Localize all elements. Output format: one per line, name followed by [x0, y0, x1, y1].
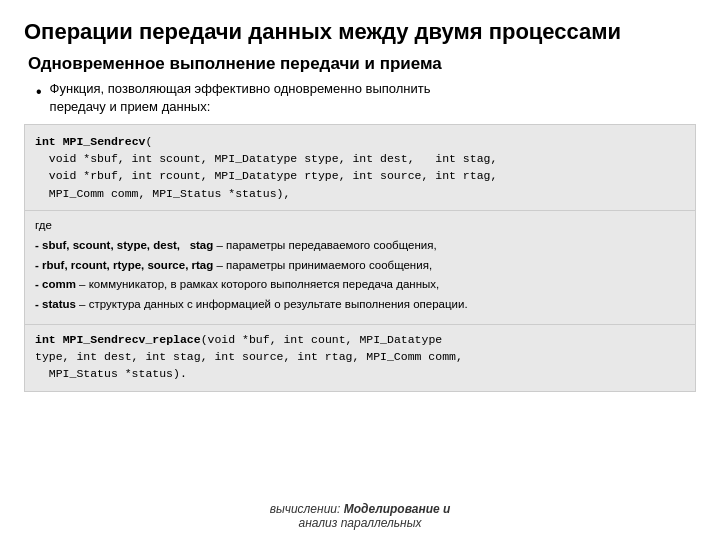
desc-bold-1: - sbuf, scount, stype, dest, stag [35, 239, 213, 251]
code-line2b: type, int dest, int stag, int source, in… [35, 350, 463, 363]
sub-title: Одновременное выполнение передачи и прие… [28, 54, 696, 74]
bottom-bold: Моделирование и [344, 502, 451, 516]
code-line3b: MPI_Status *status). [35, 367, 187, 380]
code-paren2: (void *buf, int count, MPI_Datatype [201, 333, 443, 346]
desc-text-4: – структура данных с информацией о резул… [79, 298, 468, 310]
where-label: где [35, 217, 685, 235]
bullet-line2: передачу и прием данных: [50, 99, 211, 114]
desc-text-2: – параметры принимаемого сообщения, [216, 259, 432, 271]
code-open-paren: ( [145, 135, 152, 148]
bottom-line2: анализ параллельных [298, 516, 421, 530]
code-int-keyword-2: int [35, 333, 56, 346]
code-block-1: int MPI_Sendrecv( void *sbuf, int scount… [24, 124, 696, 211]
desc-bold-2: - rbuf, rcount, rtype, source, rtag [35, 259, 213, 271]
bullet-dot-icon: • [36, 81, 42, 103]
desc-line-2: - rbuf, rcount, rtype, source, rtag – па… [35, 257, 685, 275]
desc-block: где - sbuf, scount, stype, dest, stag – … [24, 211, 696, 325]
desc-line-3: - comm – коммуникатор, в рамках которого… [35, 276, 685, 294]
bullet-text: Функция, позволяющая эффективно одноврем… [50, 80, 431, 116]
page-container: Операции передачи данных между двумя про… [0, 0, 720, 540]
bottom-text: вычислении: Моделирование и анализ парал… [24, 498, 696, 530]
code-funcname-sendrecv-replace: MPI_Sendrecv_replace [63, 333, 201, 346]
desc-text-1: – параметры передаваемого сообщения, [216, 239, 436, 251]
bottom-plain: вычислении: [270, 502, 344, 516]
code-line4: MPI_Comm comm, MPI_Status *status), [35, 187, 290, 200]
bullet-item: • Функция, позволяющая эффективно одновр… [36, 80, 696, 116]
code-block-2: int MPI_Sendrecv_replace(void *buf, int … [24, 325, 696, 392]
bullet-line1: Функция, позволяющая эффективно одноврем… [50, 81, 431, 96]
code-line2: void *sbuf, int scount, MPI_Datatype sty… [35, 152, 497, 165]
code-line3: void *rbuf, int rcount, MPI_Datatype rty… [35, 169, 497, 182]
code-funcname-sendrecv: MPI_Sendrecv [63, 135, 146, 148]
code-int-keyword: int [35, 135, 56, 148]
desc-bold-3: - comm [35, 278, 76, 290]
desc-text-3: – коммуникатор, в рамках которого выполн… [79, 278, 439, 290]
bullet-section: • Функция, позволяющая эффективно одновр… [36, 80, 696, 116]
desc-line-4: - status – структура данных с информацие… [35, 296, 685, 314]
desc-line-1: - sbuf, scount, stype, dest, stag – пара… [35, 237, 685, 255]
desc-bold-4: - status [35, 298, 76, 310]
main-title: Операции передачи данных между двумя про… [24, 18, 696, 46]
